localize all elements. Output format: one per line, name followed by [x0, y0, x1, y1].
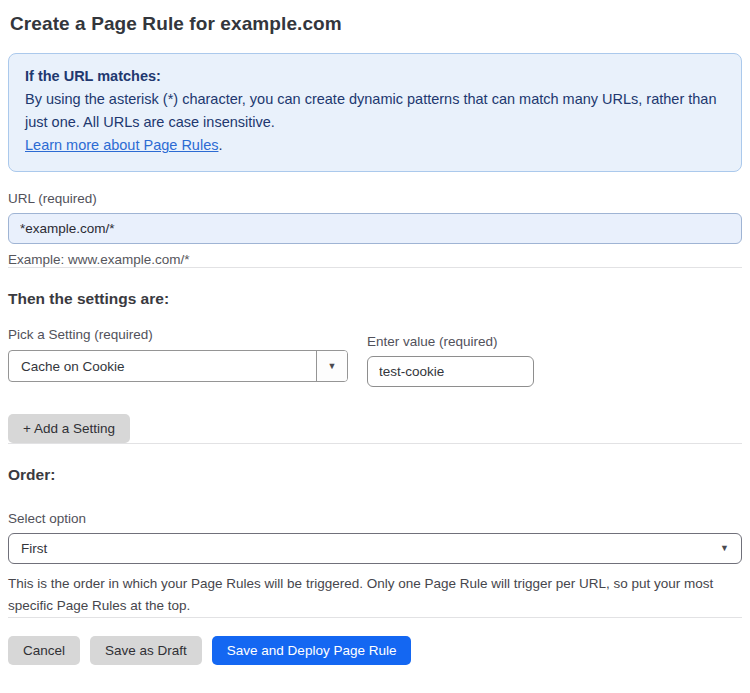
page-rule-form: Create a Page Rule for example.com If th…: [0, 13, 750, 665]
page-title: Create a Page Rule for example.com: [10, 13, 740, 35]
chevron-down-icon: ▼: [328, 362, 337, 371]
order-select-value: First: [21, 541, 47, 556]
divider: [8, 267, 742, 268]
order-helper-text: This is the order in which your Page Rul…: [8, 573, 732, 617]
divider: [8, 443, 742, 444]
enter-value-label: Enter value (required): [367, 334, 534, 349]
info-box-body: By using the asterisk (*) character, you…: [25, 88, 725, 134]
url-example-hint: Example: www.example.com/*: [8, 252, 742, 267]
save-draft-button[interactable]: Save as Draft: [90, 636, 202, 665]
setting-select-arrow-button[interactable]: ▼: [316, 351, 347, 381]
order-select[interactable]: First ▼: [8, 533, 742, 564]
pick-setting-label: Pick a Setting (required): [8, 327, 348, 342]
url-input[interactable]: [8, 213, 742, 244]
setting-select-value: Cache on Cookie: [9, 359, 316, 374]
info-box-link-line: Learn more about Page Rules.: [25, 134, 725, 157]
order-section-heading: Order:: [8, 466, 742, 484]
setting-value-input[interactable]: [367, 356, 534, 387]
divider: [8, 617, 742, 618]
learn-more-link[interactable]: Learn more about Page Rules: [25, 137, 218, 153]
url-field-label: URL (required): [8, 191, 742, 206]
save-deploy-button[interactable]: Save and Deploy Page Rule: [212, 636, 412, 665]
settings-section-heading: Then the settings are:: [8, 290, 742, 308]
link-period: .: [218, 137, 222, 153]
add-setting-button[interactable]: + Add a Setting: [8, 414, 130, 443]
info-box-heading: If the URL matches:: [25, 65, 725, 88]
order-select-label: Select option: [8, 511, 742, 526]
enter-value-column: Enter value (required): [367, 334, 534, 387]
form-actions: Cancel Save as Draft Save and Deploy Pag…: [8, 636, 742, 665]
cancel-button[interactable]: Cancel: [8, 636, 80, 665]
chevron-down-icon: ▼: [720, 544, 729, 553]
settings-row: Pick a Setting (required) Cache on Cooki…: [8, 327, 742, 387]
setting-select[interactable]: Cache on Cookie ▼: [8, 350, 348, 382]
url-match-info-box: If the URL matches: By using the asteris…: [8, 53, 742, 172]
pick-setting-column: Pick a Setting (required) Cache on Cooki…: [8, 327, 348, 387]
